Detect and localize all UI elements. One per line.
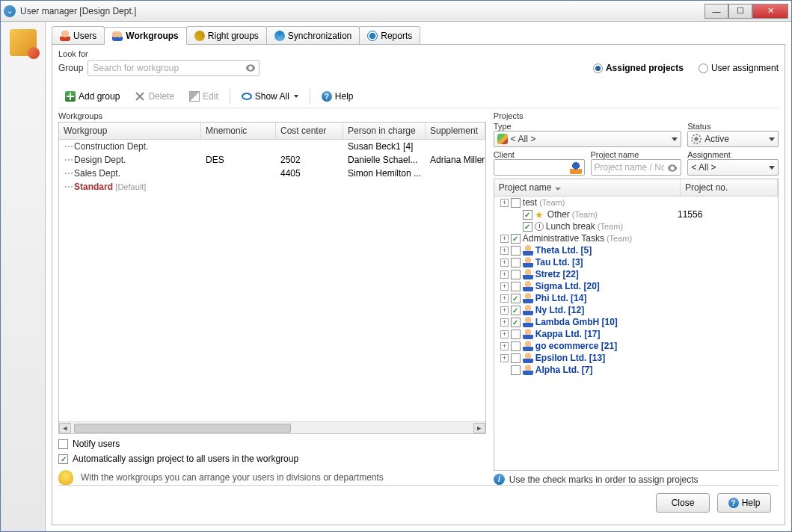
client-input[interactable] — [497, 160, 568, 175]
search-eye-icon[interactable] — [245, 62, 257, 74]
person-icon — [523, 269, 533, 279]
tab-workgroups[interactable]: Workgroups — [104, 27, 186, 45]
col-projectname[interactable]: Project name — [494, 179, 681, 196]
x-icon — [135, 91, 145, 102]
table-row[interactable]: ⋯Construction Dept.Susan Beck1 [4] — [59, 140, 485, 153]
expander-icon[interactable]: + — [500, 318, 509, 327]
project-checkbox[interactable] — [511, 270, 521, 279]
radio-user-assignment[interactable]: User assignment — [699, 63, 779, 73]
horizontal-scrollbar[interactable]: ◄ ► — [59, 421, 485, 433]
list-item[interactable]: +Stretz [22] — [494, 268, 778, 280]
list-item[interactable]: Alpha Ltd. [7] — [494, 364, 778, 376]
project-name: go ecommerce [21] — [535, 341, 617, 351]
pname-input-wrap — [591, 159, 682, 176]
expander-icon[interactable]: + — [500, 342, 509, 350]
close-button[interactable]: Close — [656, 493, 710, 513]
list-item[interactable]: +Tau Ltd. [3] — [494, 256, 778, 268]
expander-icon[interactable]: + — [500, 294, 509, 303]
list-item[interactable]: +Sigma Ltd. [20] — [494, 280, 778, 292]
list-item[interactable]: +Administrative Tasks (Team) — [494, 232, 778, 244]
tab-users[interactable]: Users — [52, 26, 105, 44]
table-row[interactable]: ⋯Sales Dept.4405Simon Hemilton ... — [59, 167, 485, 180]
project-checkbox[interactable] — [511, 341, 521, 351]
expander-icon[interactable]: + — [500, 282, 509, 291]
project-name: Phi Ltd. [14] — [535, 293, 587, 303]
expander-icon[interactable]: + — [500, 270, 509, 279]
expander-icon[interactable]: + — [500, 199, 509, 207]
tab-synchronization[interactable]: Synchronization — [266, 26, 360, 44]
project-checkbox[interactable] — [523, 210, 532, 220]
list-item[interactable]: +go ecommerce [21] — [494, 340, 778, 352]
scroll-right-button[interactable]: ► — [473, 423, 485, 433]
col-personincharge[interactable]: Person in charge — [343, 123, 426, 139]
expander-icon[interactable]: + — [500, 247, 509, 255]
client-icon[interactable] — [570, 162, 582, 174]
col-costcenter[interactable]: Cost center — [276, 123, 343, 139]
type-combo[interactable]: < All > — [494, 131, 681, 147]
add-group-button[interactable]: Add group — [58, 88, 126, 105]
search-input[interactable] — [88, 60, 260, 76]
project-checkbox[interactable] — [511, 318, 521, 327]
expander-icon[interactable]: + — [500, 354, 509, 362]
sync-icon — [274, 31, 285, 41]
list-item[interactable]: +Theta Ltd. [5] — [494, 244, 778, 256]
report-icon — [367, 31, 378, 41]
project-checkbox[interactable] — [511, 282, 521, 291]
project-checkbox[interactable] — [511, 365, 521, 375]
project-name: Epsilon Ltd. [13] — [535, 353, 605, 363]
project-checkbox[interactable] — [511, 234, 521, 244]
tab-reports[interactable]: Reports — [359, 26, 420, 44]
notify-users-checkbox[interactable] — [58, 439, 68, 449]
chevron-down-icon — [769, 137, 775, 141]
person-icon — [523, 293, 533, 303]
project-checkbox[interactable] — [511, 294, 521, 303]
col-workgroup[interactable]: Workgroup — [59, 123, 201, 139]
col-projectno[interactable]: Project no. — [681, 179, 778, 196]
maximize-button[interactable]: ☐ — [728, 4, 752, 19]
help-button[interactable]: ?Help — [315, 88, 360, 105]
show-all-button[interactable]: Show All — [235, 88, 305, 105]
auto-assign-checkbox[interactable] — [58, 454, 68, 464]
search-eye-icon[interactable] — [666, 162, 678, 174]
list-item[interactable]: ★Other (Team)11556 — [494, 208, 778, 220]
edit-button: Edit — [182, 88, 225, 105]
person-icon — [523, 317, 533, 327]
radio-assigned-projects[interactable]: Assigned projects — [593, 63, 684, 73]
minimize-button[interactable]: — — [704, 4, 728, 19]
list-item[interactable]: +Ny Ltd. [12] — [494, 304, 778, 316]
project-checkbox[interactable] — [511, 198, 521, 208]
table-row[interactable]: ⋯Standard [Default] — [59, 180, 485, 194]
scroll-thumb[interactable] — [74, 424, 291, 433]
assignment-combo[interactable]: < All > — [687, 159, 779, 176]
projectname-input[interactable] — [595, 160, 665, 175]
expander-icon[interactable]: + — [500, 306, 509, 315]
project-checkbox[interactable] — [511, 246, 521, 256]
scroll-left-button[interactable]: ◄ — [59, 423, 71, 433]
expander-icon[interactable]: + — [500, 235, 509, 243]
tab-rightgroups[interactable]: Right groups — [186, 26, 267, 44]
list-item[interactable]: +Kappa Ltd. [17] — [494, 328, 778, 340]
list-item[interactable]: +Epsilon Ltd. [13] — [494, 352, 778, 364]
list-item[interactable]: +test (Team) — [494, 197, 778, 208]
status-combo[interactable]: Active — [687, 131, 779, 147]
expander-icon[interactable]: + — [500, 259, 509, 267]
footer-help-button[interactable]: ?Help — [717, 493, 771, 513]
gear-icon — [691, 134, 702, 144]
chevron-down-icon — [672, 137, 678, 141]
col-supplement[interactable]: Supplement — [426, 123, 485, 139]
list-item[interactable]: +Phi Ltd. [14] — [494, 292, 778, 304]
project-checkbox[interactable] — [523, 222, 532, 232]
expander-icon[interactable]: + — [500, 330, 509, 338]
close-window-button[interactable]: ✕ — [752, 4, 788, 19]
project-checkbox[interactable] — [511, 353, 521, 363]
clock-icon — [535, 222, 544, 231]
project-checkbox[interactable] — [511, 306, 521, 315]
list-item[interactable]: Lunch break (Team) — [494, 220, 778, 232]
project-checkbox[interactable] — [511, 330, 521, 339]
list-item[interactable]: +Lambda GmbH [10] — [494, 316, 778, 328]
table-row[interactable]: ⋯Design Dept.DES2502Danielle Schael...Ad… — [59, 153, 485, 167]
team-tag: (Team) — [572, 210, 598, 219]
col-mnemonic[interactable]: Mnemonic — [201, 123, 276, 139]
project-checkbox[interactable] — [511, 258, 521, 267]
projectname-label: Project name — [591, 150, 682, 159]
